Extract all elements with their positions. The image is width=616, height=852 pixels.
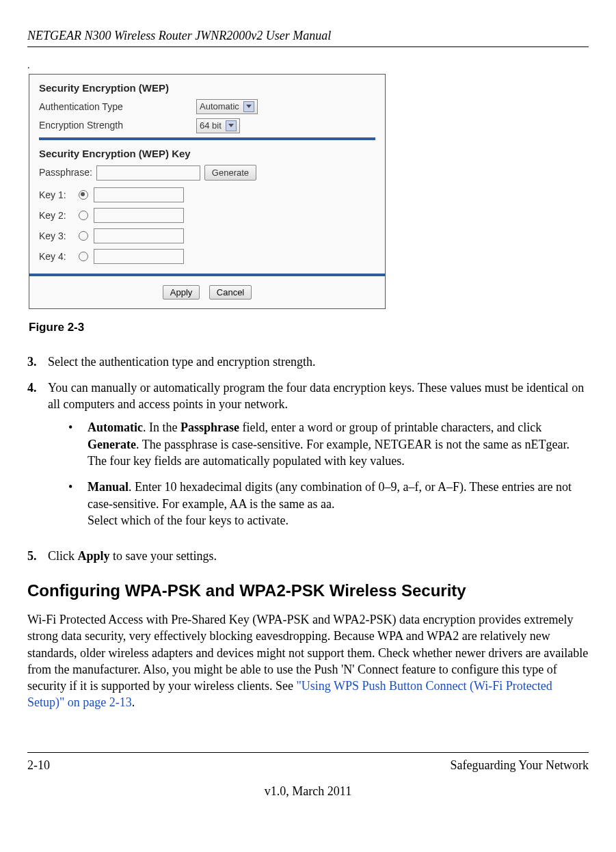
step-text: You can manually or automatically progra… — [48, 381, 584, 411]
key3-label: Key 3: — [39, 230, 73, 243]
key3-radio[interactable] — [79, 231, 88, 241]
bullet-icon: • — [68, 479, 88, 529]
step-number: 5. — [27, 548, 48, 564]
apply-button[interactable]: Apply — [163, 285, 200, 299]
wep-section2-title: Security Encryption (WEP) Key — [39, 147, 375, 161]
key4-label: Key 4: — [39, 250, 73, 263]
key2-radio[interactable] — [79, 211, 88, 220]
figure-lead-dot: . — [27, 59, 589, 72]
doc-header: NETGEAR N300 Wireless Router JWNR2000v2 … — [27, 27, 589, 47]
key4-input[interactable] — [94, 249, 184, 264]
page-number: 2-10 — [27, 757, 50, 773]
manual-label: Manual — [88, 480, 129, 494]
key1-radio[interactable] — [79, 190, 88, 200]
automatic-label: Automatic — [88, 421, 143, 434]
footer-version: v1.0, March 2011 — [27, 783, 589, 799]
sub-manual: • Manual. Enter 10 hexadecimal digits (a… — [68, 479, 589, 529]
passphrase-row: Passphrase: Generate — [39, 165, 375, 181]
key2-row: Key 2: — [39, 208, 375, 223]
step-4: 4. You can manually or automatically pro… — [27, 380, 589, 538]
key2-label: Key 2: — [39, 209, 73, 222]
t: . Enter 10 hexadecimal digits (any combi… — [88, 480, 572, 510]
divider — [39, 137, 375, 140]
key2-input[interactable] — [94, 208, 184, 223]
step-3: 3. Select the authentication type and en… — [27, 354, 589, 370]
t: Select which of the four keys to activat… — [88, 514, 289, 527]
generate-bold: Generate — [88, 438, 136, 451]
step-number: 4. — [27, 380, 48, 538]
t: to save your settings. — [110, 549, 217, 563]
passphrase-bold: Passphrase — [180, 421, 239, 434]
key3-row: Key 3: — [39, 228, 375, 243]
step-number: 3. — [27, 354, 48, 370]
auth-type-select[interactable]: Automatic — [196, 99, 258, 114]
t: . In the — [143, 421, 180, 434]
key4-row: Key 4: — [39, 249, 375, 264]
panel-footer: Apply Cancel — [29, 274, 385, 308]
sub-automatic: • Automatic. In the Passphrase field, en… — [68, 419, 589, 469]
key3-input[interactable] — [94, 228, 184, 243]
key4-radio[interactable] — [79, 252, 88, 261]
enc-strength-label: Encryption Strength — [39, 119, 196, 132]
enc-strength-row: Encryption Strength 64 bit — [39, 118, 375, 133]
auth-type-label: Authentication Type — [39, 101, 196, 114]
step-text: Select the authentication type and encry… — [48, 354, 315, 370]
footer-rule — [27, 752, 589, 753]
bullet-icon: • — [68, 419, 88, 469]
t: Click — [48, 549, 78, 563]
key1-row: Key 1: — [39, 187, 375, 202]
para-text-end: . — [132, 695, 135, 709]
sub-bullets: • Automatic. In the Passphrase field, en… — [68, 419, 589, 529]
enc-strength-value: 64 bit — [200, 120, 222, 132]
enc-strength-select[interactable]: 64 bit — [196, 118, 240, 133]
wep-section1-title: Security Encryption (WEP) — [39, 81, 375, 95]
chevron-down-icon — [226, 120, 237, 131]
passphrase-input[interactable] — [96, 165, 200, 181]
section-paragraph: Wi-Fi Protected Access with Pre-Shared K… — [27, 611, 589, 711]
cancel-button[interactable]: Cancel — [209, 285, 252, 299]
doc-title: NETGEAR N300 Wireless Router JWNR2000v2 … — [27, 29, 331, 42]
t: . The passphrase is case-sensitive. For … — [88, 438, 570, 468]
passphrase-label: Passphrase: — [39, 166, 92, 179]
t: field, enter a word or group of printabl… — [239, 421, 541, 434]
section-heading: Configuring WPA-PSK and WPA2-PSK Wireles… — [27, 580, 589, 602]
page-footer: 2-10 Safeguarding Your Network v1.0, Mar… — [27, 752, 589, 800]
footer-right: Safeguarding Your Network — [451, 757, 589, 773]
steps-list: 3. Select the authentication type and en… — [27, 354, 589, 565]
generate-button[interactable]: Generate — [204, 165, 256, 181]
auth-type-value: Automatic — [200, 101, 239, 113]
step-5: 5. Click Apply to save your settings. — [27, 548, 589, 564]
auth-type-row: Authentication Type Automatic — [39, 99, 375, 114]
chevron-down-icon — [243, 101, 254, 112]
apply-bold: Apply — [78, 549, 110, 563]
wep-config-panel: Security Encryption (WEP) Authentication… — [29, 74, 386, 308]
figure-caption: Figure 2-3 — [29, 320, 589, 336]
key1-input[interactable] — [94, 187, 184, 202]
key1-label: Key 1: — [39, 189, 73, 202]
